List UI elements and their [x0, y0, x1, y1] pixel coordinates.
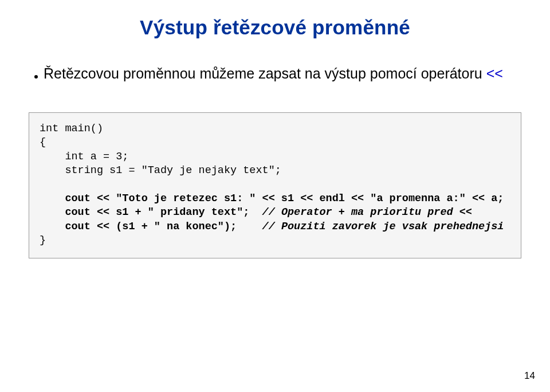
code-line-bold: cout << (s1 + " na konec");: [40, 221, 262, 233]
code-line: int a = 3;: [40, 151, 128, 163]
slide-page: Výstup řetězcové proměnné Řetězcovou pro…: [0, 0, 550, 258]
page-title: Výstup řetězcové proměnné: [29, 16, 521, 39]
bullet-item: Řetězcovou proměnnou můžeme zapsat na vý…: [34, 64, 521, 84]
page-number: 14: [524, 370, 535, 382]
code-line: {: [40, 136, 46, 148]
code-comment: // Operator + ma prioritu pred <<: [262, 206, 472, 218]
code-line: string s1 = "Tady je nejaky text";: [40, 164, 281, 177]
code-comment: // Pouziti zavorek je vsak prehednejsi: [262, 221, 504, 233]
code-block: int main() { int a = 3; string s1 = "Tad…: [29, 112, 521, 259]
operator-literal: <<: [486, 65, 503, 81]
bullet-dot-icon: [34, 75, 38, 79]
code-line: }: [40, 234, 46, 246]
bullet-text: Řetězcovou proměnnou můžeme zapsat na vý…: [44, 64, 503, 84]
code-line-bold: cout << s1 + " pridany text";: [40, 206, 262, 218]
code-line-bold: cout << "Toto je retezec s1: " << s1 << …: [40, 193, 504, 205]
code-line: int main(): [40, 123, 103, 135]
bullet-text-before: Řetězcovou proměnnou můžeme zapsat na vý…: [44, 65, 486, 81]
